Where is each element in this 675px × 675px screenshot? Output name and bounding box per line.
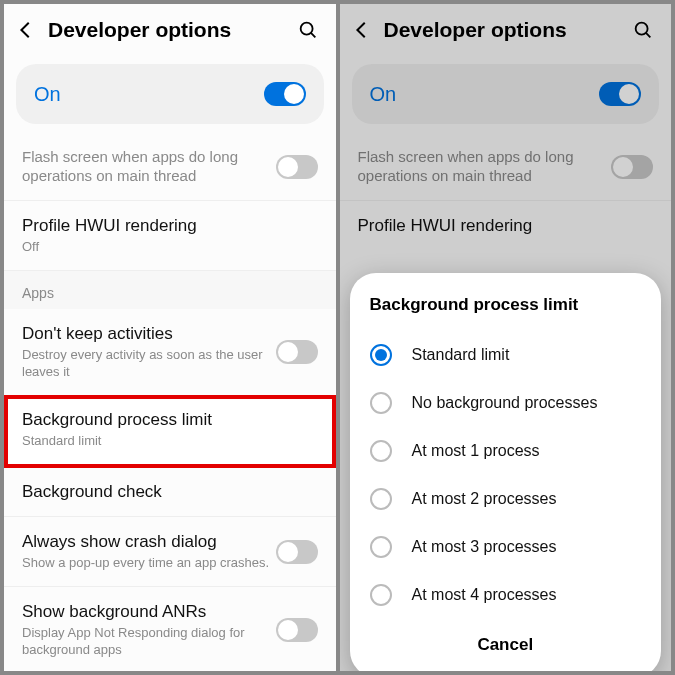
- section-apps: Apps: [4, 271, 336, 309]
- row-profile-hwui[interactable]: Profile HWUI rendering Off: [4, 201, 336, 271]
- option-at-most-1[interactable]: At most 1 process: [370, 427, 642, 475]
- option-at-most-3[interactable]: At most 3 processes: [370, 523, 642, 571]
- option-label: At most 2 processes: [412, 490, 557, 508]
- bpl-dialog: Background process limit Standard limit …: [350, 273, 662, 671]
- row-flash-screen[interactable]: Flash screen when apps do long operation…: [4, 134, 336, 201]
- master-toggle-label: On: [34, 83, 264, 106]
- crash-sub: Show a pop-up every time an app crashes.: [22, 555, 276, 572]
- option-label: At most 3 processes: [412, 538, 557, 556]
- flash-toggle[interactable]: [276, 155, 318, 179]
- flash-label: Flash screen when apps do long operation…: [22, 148, 276, 186]
- option-label: Standard limit: [412, 346, 510, 364]
- search-icon[interactable]: [296, 18, 320, 42]
- radio-icon: [370, 584, 392, 606]
- row-background-process-limit[interactable]: Background process limit Standard limit: [4, 395, 336, 468]
- dialog-title: Background process limit: [370, 295, 642, 315]
- option-at-most-2[interactable]: At most 2 processes: [370, 475, 642, 523]
- option-no-background[interactable]: No background processes: [370, 379, 642, 427]
- option-label: No background processes: [412, 394, 598, 412]
- dka-toggle[interactable]: [276, 340, 318, 364]
- hwui-label: Profile HWUI rendering: [22, 215, 318, 236]
- option-at-most-4[interactable]: At most 4 processes: [370, 571, 642, 619]
- row-show-anrs[interactable]: Show background ANRs Display App Not Res…: [4, 587, 336, 671]
- master-toggle-switch[interactable]: [264, 82, 306, 106]
- svg-line-1: [310, 33, 314, 37]
- hwui-sub: Off: [22, 239, 318, 256]
- anr-toggle[interactable]: [276, 618, 318, 642]
- radio-icon: [370, 536, 392, 558]
- radio-icon: [370, 488, 392, 510]
- bgcheck-label: Background check: [22, 481, 318, 502]
- row-always-show-crash[interactable]: Always show crash dialog Show a pop-up e…: [4, 517, 336, 587]
- phone-right: Developer options On Flash screen when a…: [340, 4, 672, 671]
- anr-sub: Display App Not Responding dialog for ba…: [22, 625, 276, 659]
- anr-label: Show background ANRs: [22, 601, 276, 622]
- bpl-sub: Standard limit: [22, 433, 318, 450]
- radio-icon: [370, 392, 392, 414]
- dka-sub: Destroy every activity as soon as the us…: [22, 347, 276, 381]
- header: Developer options: [4, 4, 336, 56]
- crash-label: Always show crash dialog: [22, 531, 276, 552]
- cancel-button[interactable]: Cancel: [370, 619, 642, 661]
- back-icon[interactable]: [14, 18, 38, 42]
- option-standard-limit[interactable]: Standard limit: [370, 331, 642, 379]
- option-label: At most 4 processes: [412, 586, 557, 604]
- radio-icon: [370, 440, 392, 462]
- bpl-label: Background process limit: [22, 409, 318, 430]
- row-dont-keep-activities[interactable]: Don't keep activities Destroy every acti…: [4, 309, 336, 396]
- radio-icon: [370, 344, 392, 366]
- phone-left: Developer options On Flash screen when a…: [4, 4, 336, 671]
- row-background-check[interactable]: Background check: [4, 467, 336, 517]
- crash-toggle[interactable]: [276, 540, 318, 564]
- svg-point-0: [300, 23, 312, 35]
- master-toggle-card[interactable]: On: [16, 64, 324, 124]
- option-label: At most 1 process: [412, 442, 540, 460]
- page-title: Developer options: [48, 18, 296, 42]
- dka-label: Don't keep activities: [22, 323, 276, 344]
